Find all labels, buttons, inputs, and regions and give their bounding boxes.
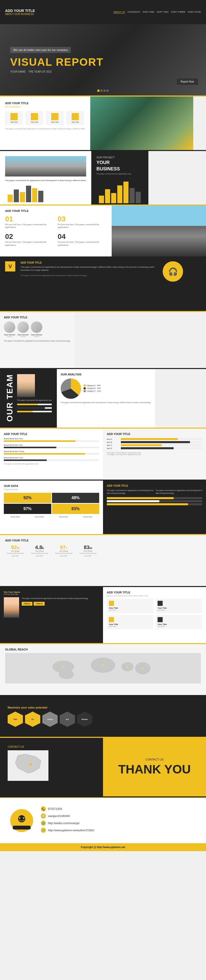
v-logo: V [5,261,15,272]
ig-desc-3: Text here [109,625,152,627]
prog-label-3: Brand Bold Item Three [4,450,99,453]
our-team-left: OUR TEAM This paper commented the applic… [0,369,57,428]
stat-1: 92% IT'S TITLE Put your title here put y… [5,544,26,557]
ig-title-2: Your Title [158,607,200,609]
thankyou-left: CONTACT US [0,738,103,796]
member-role-3: Position [31,336,42,337]
num-item-4: 04 Put your text here. This paper commen… [57,232,106,246]
yellow-boxes: ITEM 01 ITEM 02 [22,602,88,606]
svg-rect-14 [13,826,30,829]
features-desc: This paper commented the applications an… [5,127,85,130]
person-left: Put Your Name Put Your Sub Title This pa… [0,587,103,643]
cl-2: Brand Bold [28,516,51,518]
nav-part1[interactable]: PART ONE [143,11,154,13]
pb-3 [111,193,116,203]
phone-number: 972571928 [48,807,62,810]
features-left: ADD YOUR TITLE BEST EXAMPLE Your Text Yo… [0,97,90,150]
hbar-label-3: Item C [107,444,120,446]
hex-3: Check [42,711,57,727]
progress-row-3 [17,411,52,412]
progress-track-1 [17,404,52,405]
project-title-big: YOUR [96,160,143,165]
ig-4: Your Title Text here [155,615,202,629]
pb-5 [123,181,128,203]
project-text: This paper commented the applications an… [5,179,86,182]
nav-part2[interactable]: PART TWO [157,11,169,13]
stat-num-2: 48% [71,496,80,500]
hex-row: Plan Do Check Act Review [8,711,198,727]
dot-1[interactable] [97,90,99,92]
numbers-grid: 01 Put your text here. This paper commen… [5,215,107,247]
wechat-icon: 💬 [41,813,46,819]
hbar-fill-3 [121,444,161,446]
num-04: 04 [57,232,106,241]
svg-point-13 [18,815,25,822]
prog-item-3: Brand Bold Item Three [4,450,99,455]
hbar-fill-4 [121,447,174,449]
svg-point-6 [62,665,64,668]
copyright-text: Copyright @ http://www.pptstore.net [81,846,125,849]
avatar-placeholder-3 [31,321,42,333]
hero-tagline: We can do better next year for our compa… [10,47,71,53]
contact-web: 🔗 http://www.pptstore.net/author/2YjN2/ [41,828,196,833]
site-title: ADD YOUR TITLE [5,9,35,13]
project-business: BUSINESS [96,166,143,172]
feature-label-2: Your Text [31,121,38,123]
web-url: http://www.pptstore.net/author/2YjN2/ [48,829,94,832]
svg-point-2 [59,670,74,679]
china-map-container [8,750,48,781]
dot-4[interactable] [107,90,109,92]
hero-year: THE YEAR OF 2021 [29,70,52,73]
features-sub: BEST EXAMPLE [5,106,85,108]
stat-label-4: IT'S TITLE [78,550,98,552]
prog-track-3 [4,453,99,455]
world-map [5,653,201,684]
cr-col-1: The paper commented for applications and… [107,489,153,495]
slide-project: This paper commented the applications an… [0,151,206,205]
site-subtitle: ABOUT OUR BUSINESS [5,13,35,16]
our-team-desc: This paper commented the applications an… [17,399,52,402]
bridge-image [112,205,206,256]
report-now-button[interactable]: Report Now [176,78,198,85]
nav-about[interactable]: ABOUT US [113,11,125,13]
progress-bars-list: Brand Bold Item One Brand Bold Item Two … [4,438,99,461]
hero-your-name: YOUR NAME [10,70,26,73]
vlogo-desc: This paper commented the applications an… [21,274,158,277]
checker-labels: Brand Bold Brand Bold Brand Bold Brand B… [4,516,99,518]
checker-cell-3: 97% [4,504,51,514]
project-right: OUR PROJECT YOUR BUSINESS This paper com… [91,151,149,205]
num-03: 03 [57,215,106,223]
feature-label-1: Your Text [10,121,18,123]
worldmap-title: GLOBAL REACH [5,648,201,651]
prog-fill-4 [4,460,47,461]
nav-part3[interactable]: PART THREE [171,11,185,13]
num-item-2: 02 Put your text here. This paper commen… [5,232,54,246]
stat-desc-2: Put your title here put your title [29,552,50,557]
cr-track-2 [107,500,202,502]
bar-chart [5,182,86,202]
pb-6 [129,188,135,203]
svg-point-16 [23,817,24,819]
svg-point-9 [142,667,144,670]
dot-2[interactable] [101,90,102,92]
ig-2: Your Title Text here [155,599,202,613]
avatar-1 [4,321,15,333]
hex-1: Plan [8,711,23,727]
vlogo-subtext: This paper commented the applications an… [21,274,158,277]
nav-contents[interactable]: CONTENTS [128,11,140,13]
city-image [5,156,86,177]
ig-3: Your Title Text here [107,615,153,629]
pie-desc: This paper commented the applications an… [61,401,151,404]
numbers-title: ADD YOUR TITLE [5,209,107,212]
person-title-label: Put Your Name [4,591,99,593]
num-desc-3: Put your text here. This paper commented… [57,223,106,229]
feature-box-2: Your Text [26,111,43,125]
svg-point-8 [126,665,129,668]
hbar-3: Item C [107,444,202,446]
pie-container: Category A - 36% Category B - 33% Catego… [61,379,151,399]
dot-3[interactable] [104,90,105,92]
cr-fill-1 [107,497,174,499]
nav-area[interactable]: ABOUT US CONTENTS PART ONE PART TWO PART… [113,11,201,13]
checker-cell-4: 83% [52,504,99,514]
nav-part4[interactable]: PART FOUR [188,11,201,13]
